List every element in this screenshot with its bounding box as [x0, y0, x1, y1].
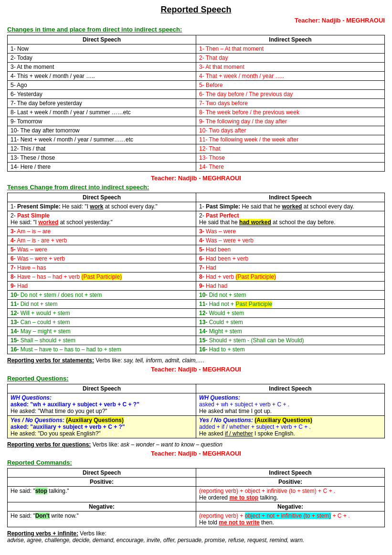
table-row: 10- Do not + stem / does not + stem 10- …: [8, 291, 385, 300]
table-row: 5- Was – were 5- Had been: [8, 245, 385, 254]
teacher-label-2: Teacher: Nadjib - MEGHRAOUI: [7, 174, 385, 182]
table-row: 12- This / that12- That: [8, 144, 385, 153]
table-row: 7- The day before yesterday7- Two days b…: [8, 99, 385, 108]
section4-heading: Reported Commands:: [7, 459, 385, 466]
section2-col1-header: Direct Speech: [8, 193, 196, 202]
table-row: 8- Last + week / month / year / summer ……: [8, 108, 385, 117]
section1-table: Direct Speech Indirect Speech 1- Now1- T…: [7, 35, 385, 172]
table-row: 8- Have – has – had + verb (Past Partici…: [8, 272, 385, 282]
table-row: Positive: Positive:: [8, 478, 385, 487]
table-row: 16- Must – have to – has to – had to + s…: [8, 345, 385, 354]
section1-col2-header: Indirect Speech: [196, 35, 385, 44]
section2-col2-header: Indirect Speech: [196, 193, 385, 202]
table-row: 13- These / those13- Those: [8, 153, 385, 163]
table-row: 3- Am – is – are 3- Was – were: [8, 227, 385, 236]
table-row: 1- Present Simple: He said: "I work at s…: [8, 202, 385, 211]
table-row: 4- This + week / month / year …..4- That…: [8, 72, 385, 81]
table-row: 15- Shall – should + stem 15- Should + s…: [8, 336, 385, 345]
table-row: 13- Can – could + stem 13- Could + stem: [8, 318, 385, 327]
section2-table: Direct Speech Indirect Speech 1- Present…: [7, 193, 385, 354]
table-row: 14- May – might + stem 14- Might + stem: [8, 327, 385, 336]
table-row: 2- Today2- That day: [8, 54, 385, 63]
table-row: 3- At the moment3- At that moment: [8, 63, 385, 72]
teacher-header: Teacher: Nadjib - MEGHRAOUI: [7, 17, 385, 24]
table-row: He said: "stop talking." (reporting verb…: [8, 487, 385, 502]
reporting-verbs-questions: Reporting verbs for questions: Verbs lik…: [7, 441, 385, 448]
reporting-verbs-infinite: Reporting verbs + infinite: Verbs like: …: [7, 530, 385, 544]
section3-table: Direct Speech Indirect Speech WH Questio…: [7, 384, 385, 438]
table-row: WH Questions: asked: "wh + auxiliary + s…: [8, 393, 385, 416]
table-row: He said: "Don't write now." (reporting v…: [8, 511, 385, 527]
teacher-label-3: Teacher: Nadjib - MEGHRAOUI: [7, 366, 385, 373]
section3-col2-header: Indirect Speech: [196, 384, 385, 393]
section4-col1-header: Direct Speech: [8, 468, 196, 478]
table-row: 14- Here / there14- There: [8, 163, 385, 172]
table-row: 7- Have – has 7- Had: [8, 263, 385, 272]
table-row: 12- Will + would + stem 12- Would + stem: [8, 309, 385, 318]
section4-col2-header: Indirect Speech: [196, 468, 385, 478]
table-row: 11- Next + week / month / year / summer……: [8, 135, 385, 144]
table-row: 4- Am – is - are + verb 4- Was – were + …: [8, 236, 385, 245]
section1-col1-header: Direct Speech: [8, 35, 196, 44]
page-title: Reported Speech: [7, 5, 385, 15]
table-row: 5- Ago5- Before: [8, 81, 385, 90]
section1-heading: Changes in time and place from direct in…: [7, 26, 385, 33]
table-row: 11- Did not + stem 11- Had not + Past Pa…: [8, 300, 385, 309]
table-row: 1- Now1- Then – At that moment: [8, 44, 385, 54]
table-row: Negative: Negative:: [8, 502, 385, 511]
reporting-verbs-statements: Reporting verbs for statements: Verbs li…: [7, 357, 385, 364]
table-row: 9- Tomorrow9- The following day / the da…: [8, 117, 385, 126]
table-row: 9- Had 9- Had had: [8, 282, 385, 291]
table-row: 2- Past SimpleHe said: "I worked at scho…: [8, 211, 385, 227]
teacher-label-4: Teacher: Nadjib - MEGHRAOUI: [7, 450, 385, 457]
table-row: 10- The day after tomorrow10- Two days a…: [8, 126, 385, 135]
section3-heading: Reported Questions:: [7, 375, 385, 382]
section3-col1-header: Direct Speech: [8, 384, 196, 393]
table-row: 6- Was – were + verb 6- Had been + verb: [8, 254, 385, 263]
table-row: 6- Yesterday6- The day before / The prev…: [8, 90, 385, 99]
section2-heading: Tenses Change from direct into indirect …: [7, 184, 385, 191]
section4-table: Direct Speech Indirect Speech Positive: …: [7, 468, 385, 527]
table-row: Yes / No Questions: (Auxiliary Questions…: [8, 416, 385, 438]
